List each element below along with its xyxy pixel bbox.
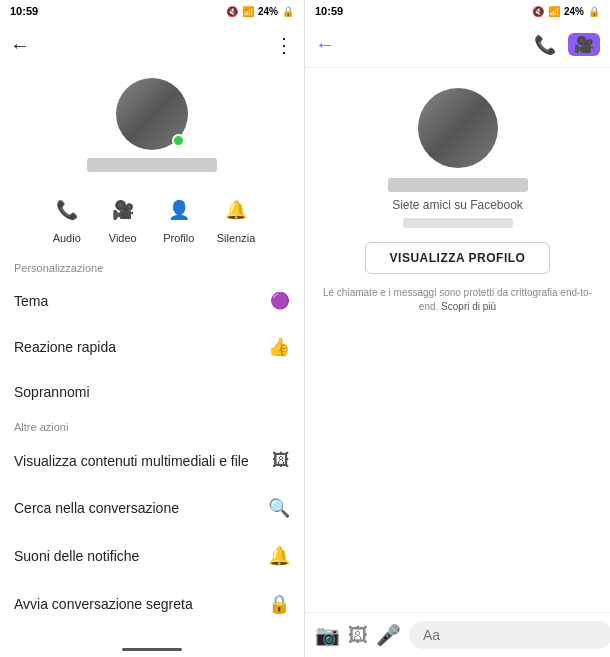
message-input[interactable] bbox=[409, 621, 610, 649]
left-panel: 10:59 🔇 📶 24% 🔒 ← ⋮ 📞 Audio 🎥 V bbox=[0, 0, 305, 657]
person-icon: 👤 bbox=[161, 192, 197, 228]
reazione-icon: 👍 bbox=[268, 336, 290, 358]
suoni-label: Suoni delle notifiche bbox=[14, 548, 139, 564]
left-profile-name-placeholder bbox=[87, 158, 217, 172]
right-status-bar: 10:59 🔇 📶 24% 🔒 bbox=[305, 0, 610, 22]
signal-icon: 📶 bbox=[242, 6, 254, 17]
tema-icon: 🟣 bbox=[270, 291, 290, 310]
left-status-bar: 10:59 🔇 📶 24% 🔒 bbox=[0, 0, 304, 22]
personalization-label: Personalizzazione bbox=[0, 254, 304, 278]
image-icon: 🖼 bbox=[272, 450, 290, 471]
right-video-icon: 🎥 bbox=[574, 35, 594, 54]
bottom-input-bar: 📷 🖼 🎤 😊 👍 bbox=[305, 612, 610, 657]
more-options-button[interactable]: ⋮ bbox=[274, 33, 294, 57]
segreta-menu-item[interactable]: Avvia conversazione segreta 🔒 bbox=[0, 580, 304, 628]
video-icon: 🎥 bbox=[105, 192, 141, 228]
cerca-menu-item[interactable]: Cerca nella conversazione 🔍 bbox=[0, 484, 304, 532]
segreta-label: Avvia conversazione segreta bbox=[14, 596, 193, 612]
right-signal-icon: 📶 bbox=[548, 6, 560, 17]
left-lock-icon: 🔒 bbox=[282, 6, 294, 17]
encryption-notice: Le chiamate e i messaggi sono protetti d… bbox=[321, 286, 594, 314]
right-status-icons: 🔇 📶 24% 🔒 bbox=[532, 6, 600, 17]
right-top-nav: ← 📞 🎥 bbox=[305, 22, 610, 68]
tema-label: Tema bbox=[14, 293, 48, 309]
reazione-label: Reazione rapida bbox=[14, 339, 116, 355]
camera-icon[interactable]: 📷 bbox=[315, 623, 340, 647]
bell-icon: 🔔 bbox=[218, 192, 254, 228]
reazione-menu-item[interactable]: Reazione rapida 👍 bbox=[0, 323, 304, 371]
friends-text: Siete amici su Facebook bbox=[392, 198, 523, 212]
online-indicator bbox=[172, 134, 185, 147]
visualizza-menu-item[interactable]: Visualizza contenuti multimediali e file… bbox=[0, 437, 304, 484]
profile-button[interactable]: 👤 Profilo bbox=[161, 192, 197, 244]
right-panel: 10:59 🔇 📶 24% 🔒 ← 📞 🎥 Siete amici su Fac… bbox=[305, 0, 610, 657]
right-avatar bbox=[418, 88, 498, 168]
audio-label: Audio bbox=[53, 232, 81, 244]
suoni-menu-item[interactable]: Suoni delle notifiche 🔔 bbox=[0, 532, 304, 580]
left-time: 10:59 bbox=[10, 5, 38, 17]
scroll-indicator bbox=[122, 648, 182, 651]
cerca-label: Cerca nella conversazione bbox=[14, 500, 179, 516]
mute-icon: 🔇 bbox=[226, 6, 238, 17]
profile-label: Profilo bbox=[163, 232, 194, 244]
view-profile-button[interactable]: VISUALIZZA PROFILO bbox=[365, 242, 551, 274]
search-icon: 🔍 bbox=[268, 497, 290, 519]
gallery-icon[interactable]: 🖼 bbox=[348, 624, 368, 647]
left-top-nav: ← ⋮ bbox=[0, 22, 304, 68]
left-battery: 24% bbox=[258, 6, 278, 17]
right-mute-icon: 🔇 bbox=[532, 6, 544, 17]
altre-azioni-label: Altre azioni bbox=[0, 413, 304, 437]
soprannomi-menu-item[interactable]: Soprannomi bbox=[0, 371, 304, 413]
video-button[interactable]: 🎥 Video bbox=[105, 192, 141, 244]
learn-more-link[interactable]: Scopri di più bbox=[441, 301, 496, 312]
menu-list: Personalizzazione Tema 🟣 Reazione rapida… bbox=[0, 254, 304, 644]
video-label: Video bbox=[109, 232, 137, 244]
left-profile-section bbox=[0, 68, 304, 192]
soprannomi-label: Soprannomi bbox=[14, 384, 90, 400]
friends-sub-placeholder bbox=[403, 218, 513, 228]
notif-bell-icon: 🔔 bbox=[268, 545, 290, 567]
right-battery: 24% bbox=[564, 6, 584, 17]
right-back-button[interactable]: ← bbox=[315, 33, 335, 56]
silence-label: Silenzia bbox=[217, 232, 256, 244]
gruppo-menu-item[interactable]: Crea chat di gruppo con 👥 bbox=[0, 628, 304, 644]
tema-menu-item[interactable]: Tema 🟣 bbox=[0, 278, 304, 323]
right-name-placeholder bbox=[388, 178, 528, 192]
audio-icon: 📞 bbox=[49, 192, 85, 228]
right-lock-icon: 🔒 bbox=[588, 6, 600, 17]
right-call-icon[interactable]: 📞 bbox=[534, 34, 556, 56]
left-back-button[interactable]: ← bbox=[10, 34, 30, 57]
mic-icon[interactable]: 🎤 bbox=[376, 623, 401, 647]
right-time: 10:59 bbox=[315, 5, 343, 17]
right-video-button[interactable]: 🎥 bbox=[568, 33, 600, 56]
lock-icon: 🔒 bbox=[268, 593, 290, 615]
left-status-icons: 🔇 📶 24% 🔒 bbox=[226, 6, 294, 17]
left-avatar-container bbox=[116, 78, 188, 150]
visualizza-label: Visualizza contenuti multimediali e file bbox=[14, 453, 249, 469]
audio-button[interactable]: 📞 Audio bbox=[49, 192, 85, 244]
silence-button[interactable]: 🔔 Silenzia bbox=[217, 192, 256, 244]
conv-content: Siete amici su Facebook VISUALIZZA PROFI… bbox=[305, 68, 610, 612]
action-buttons-row: 📞 Audio 🎥 Video 👤 Profilo 🔔 Silenzia bbox=[0, 192, 304, 254]
